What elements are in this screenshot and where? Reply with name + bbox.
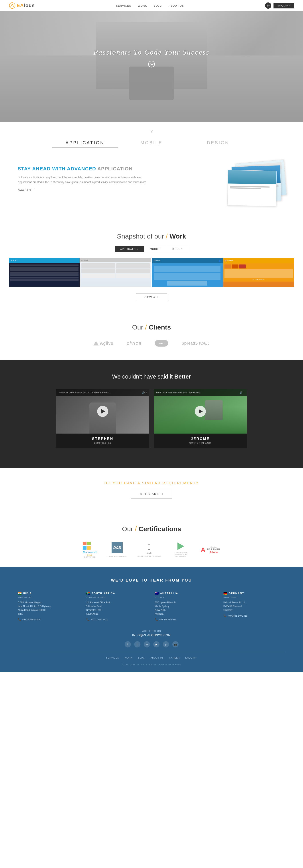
microsoft-certified-text: CERTIFIED bbox=[83, 556, 97, 558]
client-spreadwall[interactable]: SpreadS WALL bbox=[181, 341, 210, 346]
footer-link-work[interactable]: WORK bbox=[125, 656, 132, 659]
video-2-name: JEROME bbox=[157, 437, 243, 441]
video-2-title: What Our Client Says About Us - SpreadWa… bbox=[156, 392, 201, 394]
app-description: Software application, in any form, be it… bbox=[18, 175, 147, 185]
india-address: A-805, Mondeal Heights,Near Novotel Hote… bbox=[18, 601, 80, 616]
video-thumbnail-1[interactable]: What Our Client Says About Us - PrezHerm… bbox=[56, 389, 149, 434]
social-icons: f t in ▶ p 📷 bbox=[18, 641, 285, 647]
social-twitter-icon[interactable]: t bbox=[134, 641, 141, 647]
cert-apple:  Apple IOS DEVELOPER PROGRAM bbox=[138, 543, 161, 557]
tab-mobile[interactable]: MOBILE bbox=[118, 138, 185, 148]
social-pinterest-icon[interactable]: p bbox=[163, 641, 169, 647]
cta-question: DO YOU HAVE A SIMILAR REQUIREMENT? bbox=[9, 481, 294, 485]
view-all-button[interactable]: VIEW ALL bbox=[136, 293, 168, 301]
work-gallery: ■ ROAM Prenew 👤 🎨 bbox=[9, 258, 294, 287]
social-youtube-icon[interactable]: ▶ bbox=[153, 641, 159, 647]
cert-title-prefix: Our bbox=[122, 525, 133, 532]
clients-section: Our / Clients Aglive civica web SpreadS … bbox=[0, 310, 303, 360]
nav-blog[interactable]: BLOG bbox=[154, 4, 162, 7]
filter-application[interactable]: APPLICATION bbox=[115, 246, 144, 252]
office-south-africa: 🇿🇦 SOUTH AFRICA JOHANNESBURG 12 Somerset… bbox=[86, 592, 148, 621]
video-2-share-icon: ⤴ bbox=[243, 392, 244, 394]
clients-title-prefix: Our bbox=[132, 323, 143, 331]
work-item-4[interactable]: 🎨 Grade GLOBAL GRADE bbox=[223, 258, 294, 287]
grid-item-5 bbox=[82, 274, 115, 278]
apple-text: Apple bbox=[146, 552, 152, 554]
footer-link-career[interactable]: CAREER bbox=[169, 656, 180, 659]
get-started-button[interactable]: GET STARTED bbox=[131, 490, 172, 499]
form-field-1 bbox=[154, 266, 220, 272]
contact-write: Write to us INFO@ZEALOUSYS.COM bbox=[18, 630, 285, 637]
social-facebook-icon[interactable]: f bbox=[125, 641, 131, 647]
client-civica[interactable]: civica bbox=[127, 340, 142, 346]
au-phone: 📞 +61 438-560-071 bbox=[155, 618, 217, 621]
nav-services[interactable]: SERVICES bbox=[116, 4, 131, 7]
sa-country: 🇿🇦 SOUTH AFRICA bbox=[86, 592, 148, 595]
cert-title: Our / Certifications bbox=[9, 525, 294, 533]
logo[interactable]: EAlous bbox=[9, 2, 35, 9]
row-sim-3 bbox=[10, 269, 79, 271]
footer-link-about[interactable]: ABOUT US bbox=[151, 656, 164, 659]
work-item-2[interactable]: ■ ROAM bbox=[80, 258, 151, 287]
video-thumbnail-2[interactable]: What Our Client Says About Us - SpreadWa… bbox=[154, 389, 247, 434]
grade-buttons bbox=[224, 265, 293, 269]
work-item-3-logo: Prenew bbox=[154, 259, 160, 262]
nav-work[interactable]: WORK bbox=[138, 4, 147, 7]
tab-application[interactable]: APPLICATION bbox=[52, 138, 118, 148]
india-phone-number: +91 79-6544-4048 bbox=[22, 618, 40, 621]
work-section-title: Snapshot of our / Work bbox=[9, 232, 294, 240]
filter-design[interactable]: DESIGN bbox=[166, 246, 188, 252]
filter-mobile[interactable]: MOBILE bbox=[144, 246, 166, 252]
aglive-triangle-icon bbox=[93, 341, 99, 345]
play-triangle-2 bbox=[199, 409, 203, 413]
contact-email[interactable]: INFO@ZEALOUSYS.COM bbox=[18, 633, 285, 637]
office-australia: 🇦🇺 AUSTRALIA SYDNEY 8/15 Upper Gilbert S… bbox=[155, 592, 217, 621]
cert-logos: Microsoft GOLD CERTIFIED D&B Decide with… bbox=[9, 541, 294, 558]
footer-link-blog[interactable]: BLOG bbox=[138, 656, 145, 659]
civica-text: civica bbox=[127, 340, 142, 346]
footer-copyright: © 2017, ZEALOUS SYSTEM. ALL RIGHTS RESER… bbox=[18, 663, 285, 665]
work-item-4-content: GLOBAL GRADE bbox=[223, 264, 294, 282]
dot-3 bbox=[15, 260, 17, 261]
footer-link-services[interactable]: SERVICES bbox=[106, 656, 119, 659]
work-item-1[interactable] bbox=[9, 258, 80, 287]
settings-icon[interactable] bbox=[265, 2, 271, 9]
video-2-play-button[interactable] bbox=[195, 406, 206, 417]
adobe-brand-text: Adobe bbox=[207, 551, 220, 554]
work-item-2-logo: ■ ROAM bbox=[82, 259, 88, 261]
work-item-1-content bbox=[9, 264, 80, 283]
au-country-name: AUSTRALIA bbox=[160, 592, 178, 595]
enquiry-button[interactable]: ENQUIRY bbox=[273, 3, 294, 8]
tab-design[interactable]: DESIGN bbox=[185, 138, 251, 148]
work-item-3[interactable]: Prenew 👤 bbox=[152, 258, 223, 287]
section-tabs: ∨ APPLICATION MOBILE DESIGN bbox=[0, 122, 303, 153]
gear-icon bbox=[267, 4, 270, 7]
adobe-solution-text: Solution bbox=[207, 546, 220, 548]
ms-sq-3 bbox=[83, 546, 87, 550]
grid-item-4 bbox=[116, 269, 150, 273]
au-country: 🇦🇺 AUSTRALIA bbox=[155, 592, 217, 595]
microsoft-logo-container: Microsoft GOLD CERTIFIED bbox=[83, 541, 97, 558]
client-web[interactable]: web bbox=[155, 340, 168, 347]
microsoft-squares bbox=[83, 541, 91, 550]
footer-link-enquiry[interactable]: ENQUIRY bbox=[185, 656, 197, 659]
social-instagram-icon[interactable]: 📷 bbox=[172, 641, 179, 647]
video-1-name: STEPHEN bbox=[60, 437, 146, 441]
read-more-link[interactable]: Read more → bbox=[18, 188, 147, 191]
social-linkedin-icon[interactable]: in bbox=[144, 641, 150, 647]
hero-tagline: Passionate to code your success bbox=[94, 48, 210, 56]
scroll-down-icon[interactable] bbox=[148, 61, 155, 67]
web-logo-bubble: web bbox=[155, 340, 168, 347]
work-item-2-bar: ■ ROAM bbox=[80, 258, 151, 262]
video-1-play-button[interactable] bbox=[97, 406, 108, 417]
phone-icon-sa: 📞 bbox=[86, 618, 90, 621]
phone-icon-india: 📞 bbox=[18, 618, 21, 621]
client-aglive[interactable]: Aglive bbox=[93, 341, 114, 346]
video-card-1: What Our Client Says About Us - PrezHerm… bbox=[56, 389, 149, 448]
grid-item-6 bbox=[116, 274, 150, 278]
google-play-logo bbox=[176, 542, 185, 551]
video-card-2: What Our Client Says About Us - SpreadWa… bbox=[154, 389, 247, 448]
work-title-slash: / bbox=[166, 232, 170, 240]
video-icons-1: 🔊 ⤴ bbox=[142, 392, 147, 394]
nav-about[interactable]: ABOUT US bbox=[169, 4, 184, 7]
